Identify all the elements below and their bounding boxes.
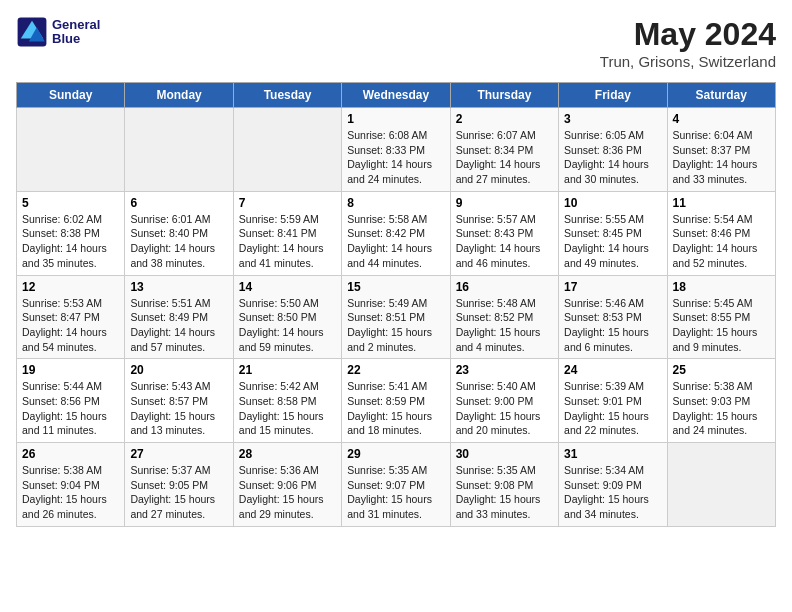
day-info: Sunrise: 5:40 AMSunset: 9:00 PMDaylight:…	[456, 379, 553, 438]
page-header: General Blue May 2024 Trun, Grisons, Swi…	[16, 16, 776, 70]
day-number: 13	[130, 280, 227, 294]
day-number: 4	[673, 112, 770, 126]
day-info: Sunrise: 5:45 AMSunset: 8:55 PMDaylight:…	[673, 296, 770, 355]
day-info: Sunrise: 5:49 AMSunset: 8:51 PMDaylight:…	[347, 296, 444, 355]
calendar-table: SundayMondayTuesdayWednesdayThursdayFrid…	[16, 82, 776, 527]
calendar-day-cell: 21Sunrise: 5:42 AMSunset: 8:58 PMDayligh…	[233, 359, 341, 443]
day-info: Sunrise: 5:58 AMSunset: 8:42 PMDaylight:…	[347, 212, 444, 271]
calendar-day-cell: 22Sunrise: 5:41 AMSunset: 8:59 PMDayligh…	[342, 359, 450, 443]
day-number: 7	[239, 196, 336, 210]
day-info: Sunrise: 6:07 AMSunset: 8:34 PMDaylight:…	[456, 128, 553, 187]
day-info: Sunrise: 5:34 AMSunset: 9:09 PMDaylight:…	[564, 463, 661, 522]
calendar-day-cell: 25Sunrise: 5:38 AMSunset: 9:03 PMDayligh…	[667, 359, 775, 443]
day-number: 8	[347, 196, 444, 210]
logo-line2: Blue	[52, 32, 100, 46]
calendar-week-row: 12Sunrise: 5:53 AMSunset: 8:47 PMDayligh…	[17, 275, 776, 359]
day-number: 29	[347, 447, 444, 461]
calendar-week-row: 5Sunrise: 6:02 AMSunset: 8:38 PMDaylight…	[17, 191, 776, 275]
calendar-day-cell: 4Sunrise: 6:04 AMSunset: 8:37 PMDaylight…	[667, 108, 775, 192]
subtitle: Trun, Grisons, Switzerland	[600, 53, 776, 70]
day-number: 18	[673, 280, 770, 294]
main-title: May 2024	[600, 16, 776, 53]
calendar-day-cell: 20Sunrise: 5:43 AMSunset: 8:57 PMDayligh…	[125, 359, 233, 443]
day-info: Sunrise: 5:57 AMSunset: 8:43 PMDaylight:…	[456, 212, 553, 271]
calendar-day-cell: 6Sunrise: 6:01 AMSunset: 8:40 PMDaylight…	[125, 191, 233, 275]
day-info: Sunrise: 6:08 AMSunset: 8:33 PMDaylight:…	[347, 128, 444, 187]
day-number: 19	[22, 363, 119, 377]
calendar-day-cell: 30Sunrise: 5:35 AMSunset: 9:08 PMDayligh…	[450, 443, 558, 527]
calendar-day-cell: 24Sunrise: 5:39 AMSunset: 9:01 PMDayligh…	[559, 359, 667, 443]
day-number: 12	[22, 280, 119, 294]
title-block: May 2024 Trun, Grisons, Switzerland	[600, 16, 776, 70]
calendar-day-cell: 17Sunrise: 5:46 AMSunset: 8:53 PMDayligh…	[559, 275, 667, 359]
day-info: Sunrise: 5:38 AMSunset: 9:03 PMDaylight:…	[673, 379, 770, 438]
day-number: 1	[347, 112, 444, 126]
calendar-week-row: 26Sunrise: 5:38 AMSunset: 9:04 PMDayligh…	[17, 443, 776, 527]
day-info: Sunrise: 5:51 AMSunset: 8:49 PMDaylight:…	[130, 296, 227, 355]
weekday-header-cell: Tuesday	[233, 83, 341, 108]
calendar-day-cell: 7Sunrise: 5:59 AMSunset: 8:41 PMDaylight…	[233, 191, 341, 275]
day-info: Sunrise: 6:04 AMSunset: 8:37 PMDaylight:…	[673, 128, 770, 187]
calendar-day-cell: 2Sunrise: 6:07 AMSunset: 8:34 PMDaylight…	[450, 108, 558, 192]
day-number: 17	[564, 280, 661, 294]
day-info: Sunrise: 5:37 AMSunset: 9:05 PMDaylight:…	[130, 463, 227, 522]
calendar-day-cell: 9Sunrise: 5:57 AMSunset: 8:43 PMDaylight…	[450, 191, 558, 275]
day-info: Sunrise: 5:53 AMSunset: 8:47 PMDaylight:…	[22, 296, 119, 355]
logo-line1: General	[52, 18, 100, 32]
calendar-day-cell: 28Sunrise: 5:36 AMSunset: 9:06 PMDayligh…	[233, 443, 341, 527]
calendar-body: 1Sunrise: 6:08 AMSunset: 8:33 PMDaylight…	[17, 108, 776, 527]
day-info: Sunrise: 5:36 AMSunset: 9:06 PMDaylight:…	[239, 463, 336, 522]
calendar-day-cell	[667, 443, 775, 527]
logo: General Blue	[16, 16, 100, 48]
day-number: 28	[239, 447, 336, 461]
calendar-day-cell: 16Sunrise: 5:48 AMSunset: 8:52 PMDayligh…	[450, 275, 558, 359]
day-number: 22	[347, 363, 444, 377]
day-info: Sunrise: 5:46 AMSunset: 8:53 PMDaylight:…	[564, 296, 661, 355]
weekday-header-cell: Saturday	[667, 83, 775, 108]
day-number: 25	[673, 363, 770, 377]
day-info: Sunrise: 5:41 AMSunset: 8:59 PMDaylight:…	[347, 379, 444, 438]
day-number: 20	[130, 363, 227, 377]
calendar-day-cell: 8Sunrise: 5:58 AMSunset: 8:42 PMDaylight…	[342, 191, 450, 275]
calendar-day-cell: 12Sunrise: 5:53 AMSunset: 8:47 PMDayligh…	[17, 275, 125, 359]
weekday-header-cell: Monday	[125, 83, 233, 108]
calendar-day-cell	[233, 108, 341, 192]
calendar-day-cell: 15Sunrise: 5:49 AMSunset: 8:51 PMDayligh…	[342, 275, 450, 359]
calendar-day-cell: 13Sunrise: 5:51 AMSunset: 8:49 PMDayligh…	[125, 275, 233, 359]
day-info: Sunrise: 5:59 AMSunset: 8:41 PMDaylight:…	[239, 212, 336, 271]
weekday-header-row: SundayMondayTuesdayWednesdayThursdayFrid…	[17, 83, 776, 108]
day-info: Sunrise: 5:39 AMSunset: 9:01 PMDaylight:…	[564, 379, 661, 438]
logo-icon	[16, 16, 48, 48]
day-number: 27	[130, 447, 227, 461]
day-info: Sunrise: 5:42 AMSunset: 8:58 PMDaylight:…	[239, 379, 336, 438]
day-info: Sunrise: 5:38 AMSunset: 9:04 PMDaylight:…	[22, 463, 119, 522]
day-number: 16	[456, 280, 553, 294]
day-number: 21	[239, 363, 336, 377]
day-info: Sunrise: 5:44 AMSunset: 8:56 PMDaylight:…	[22, 379, 119, 438]
calendar-day-cell: 23Sunrise: 5:40 AMSunset: 9:00 PMDayligh…	[450, 359, 558, 443]
weekday-header-cell: Sunday	[17, 83, 125, 108]
calendar-day-cell: 29Sunrise: 5:35 AMSunset: 9:07 PMDayligh…	[342, 443, 450, 527]
day-number: 26	[22, 447, 119, 461]
day-number: 11	[673, 196, 770, 210]
day-info: Sunrise: 5:35 AMSunset: 9:08 PMDaylight:…	[456, 463, 553, 522]
calendar-day-cell: 31Sunrise: 5:34 AMSunset: 9:09 PMDayligh…	[559, 443, 667, 527]
day-info: Sunrise: 5:35 AMSunset: 9:07 PMDaylight:…	[347, 463, 444, 522]
day-info: Sunrise: 6:01 AMSunset: 8:40 PMDaylight:…	[130, 212, 227, 271]
calendar-day-cell	[125, 108, 233, 192]
calendar-day-cell: 18Sunrise: 5:45 AMSunset: 8:55 PMDayligh…	[667, 275, 775, 359]
calendar-day-cell: 19Sunrise: 5:44 AMSunset: 8:56 PMDayligh…	[17, 359, 125, 443]
calendar-week-row: 1Sunrise: 6:08 AMSunset: 8:33 PMDaylight…	[17, 108, 776, 192]
calendar-day-cell: 11Sunrise: 5:54 AMSunset: 8:46 PMDayligh…	[667, 191, 775, 275]
calendar-day-cell: 26Sunrise: 5:38 AMSunset: 9:04 PMDayligh…	[17, 443, 125, 527]
day-number: 23	[456, 363, 553, 377]
day-info: Sunrise: 6:05 AMSunset: 8:36 PMDaylight:…	[564, 128, 661, 187]
calendar-day-cell: 27Sunrise: 5:37 AMSunset: 9:05 PMDayligh…	[125, 443, 233, 527]
day-number: 14	[239, 280, 336, 294]
calendar-day-cell: 10Sunrise: 5:55 AMSunset: 8:45 PMDayligh…	[559, 191, 667, 275]
day-number: 9	[456, 196, 553, 210]
day-info: Sunrise: 5:43 AMSunset: 8:57 PMDaylight:…	[130, 379, 227, 438]
logo-text: General Blue	[52, 18, 100, 47]
day-number: 2	[456, 112, 553, 126]
weekday-header-cell: Friday	[559, 83, 667, 108]
